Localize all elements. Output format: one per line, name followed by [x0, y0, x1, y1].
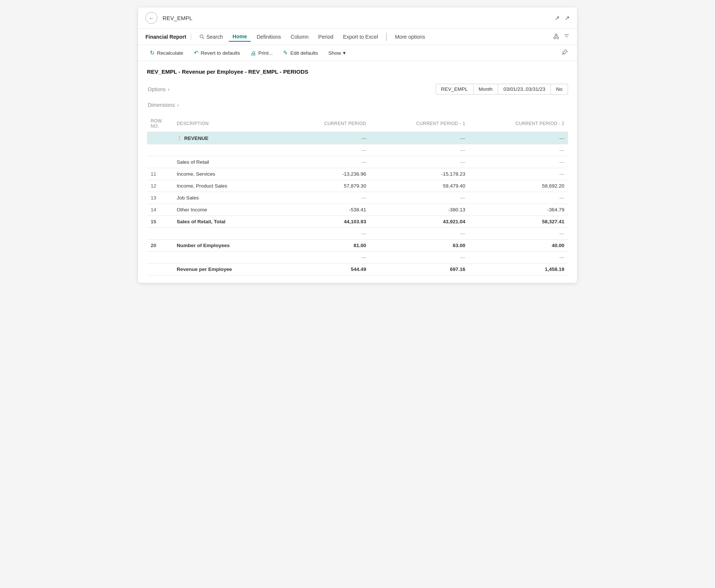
edit-defaults-button[interactable]: ✎ Edit defaults: [279, 47, 322, 58]
cell-cp2: —: [469, 156, 568, 168]
search-label: Search: [206, 34, 223, 40]
cell-cp1: —: [370, 192, 469, 204]
menu-search[interactable]: Search: [196, 32, 227, 41]
cell-cp2: —: [469, 168, 568, 180]
cell-cp1: —: [370, 144, 469, 156]
table-row: ⋮REVENUE———: [147, 132, 568, 144]
table-row: 11Income, Services-13,236.96-15,178.23—: [147, 168, 568, 180]
cell-cp: —: [283, 144, 370, 156]
table-row: 20Number of Employees81.0063.0040.00: [147, 240, 568, 252]
cell-description: Sales of Retail: [173, 156, 283, 168]
cell-cp1: 697.16: [370, 263, 469, 275]
table-row: ———: [147, 144, 568, 156]
menu-period[interactable]: Period: [315, 32, 337, 41]
recalculate-label: Recalculate: [157, 50, 183, 56]
table-row: 15Sales of Retail, Total44,103.9343,921.…: [147, 216, 568, 228]
recalculate-icon: ↻: [150, 49, 155, 56]
cell-description: Job Sales: [173, 192, 283, 204]
col-current-period-2: CURRENT PERIOD - 2: [469, 115, 568, 132]
cell-cp1: 63.00: [370, 240, 469, 252]
edit-icon: ✎: [283, 49, 288, 56]
menu-bar: Financial Report Search Home Definitions…: [138, 29, 577, 45]
option-tag-3[interactable]: No: [551, 84, 568, 95]
menu-export[interactable]: Export to Excel: [339, 32, 382, 41]
table-header-row: Row No. Description CURRENT PERIOD CURRE…: [147, 115, 568, 132]
print-label: Print...: [258, 50, 273, 56]
expand-icon[interactable]: ↗: [565, 15, 570, 22]
menu-action-icons: [553, 33, 570, 41]
cell-row-no: [147, 132, 173, 144]
cell-row-no: [147, 156, 173, 168]
options-tags: REV_EMPL Month 03/01/23..03/31/23 No: [436, 84, 568, 95]
drag-icon[interactable]: ⋮: [177, 135, 182, 141]
dimensions-label[interactable]: Dimensions ›: [147, 102, 179, 108]
menu-home[interactable]: Home: [229, 32, 251, 42]
dimensions-chevron: ›: [176, 102, 179, 108]
show-button[interactable]: Show ▾: [324, 48, 350, 58]
cell-cp1: —: [370, 252, 469, 263]
col-current-period-1: CURRENT PERIOD - 1: [370, 115, 469, 132]
cell-row-no: [147, 228, 173, 240]
report-table: Row No. Description CURRENT PERIOD CURRE…: [147, 115, 568, 275]
option-tag-1[interactable]: Month: [474, 84, 498, 95]
svg-point-0: [200, 35, 203, 38]
back-button[interactable]: ←: [145, 12, 157, 24]
cell-cp2: —: [469, 132, 568, 144]
cell-description: Number of Employees: [173, 240, 283, 252]
cell-row-no: [147, 144, 173, 156]
menu-more-options[interactable]: More options: [391, 32, 429, 41]
cell-cp1: -15,178.23: [370, 168, 469, 180]
cell-description: Other Income: [173, 204, 283, 216]
table-row: ———: [147, 228, 568, 240]
options-chevron: ›: [166, 86, 170, 92]
option-tag-2[interactable]: 03/01/23..03/31/23: [498, 84, 551, 95]
cell-cp2: 58,327.41: [469, 216, 568, 228]
cell-row-no: 12: [147, 180, 173, 192]
option-tag-0[interactable]: REV_EMPL: [436, 84, 474, 95]
col-description: Description: [173, 115, 283, 132]
show-chevron-icon: ▾: [343, 50, 346, 56]
menu-items: Search Home Definitions Column Period Ex…: [196, 32, 553, 42]
cell-cp: 81.00: [283, 240, 370, 252]
dimensions-row: Dimensions ›: [147, 102, 568, 108]
revert-label: Revert to defaults: [201, 50, 240, 56]
print-button[interactable]: 🖨 Print...: [246, 48, 277, 58]
cell-cp2: 1,458.19: [469, 263, 568, 275]
filter-icon[interactable]: [564, 33, 570, 41]
print-icon: 🖨: [250, 50, 256, 56]
table-body: ⋮REVENUE——————Sales of Retail———11Income…: [147, 132, 568, 275]
cell-cp2: -364.79: [469, 204, 568, 216]
table-row: ———: [147, 252, 568, 263]
cell-cp: -13,236.96: [283, 168, 370, 180]
cell-cp1: —: [370, 132, 469, 144]
cell-cp1: 43,921.04: [370, 216, 469, 228]
cell-cp: 544.49: [283, 263, 370, 275]
options-row: Options › REV_EMPL Month 03/01/23..03/31…: [147, 84, 568, 95]
toolbar: ↻ Recalculate ↶ Revert to defaults 🖨 Pri…: [138, 45, 577, 61]
cell-cp: —: [283, 132, 370, 144]
external-link-icon[interactable]: ↗: [555, 15, 560, 22]
share-icon[interactable]: [553, 33, 559, 41]
revert-icon: ↶: [194, 49, 199, 56]
menu-definitions[interactable]: Definitions: [253, 32, 285, 41]
cell-cp1: 59,479.40: [370, 180, 469, 192]
cell-cp: —: [283, 192, 370, 204]
recalculate-button[interactable]: ↻ Recalculate: [145, 47, 188, 58]
revert-button[interactable]: ↶ Revert to defaults: [189, 47, 245, 58]
cell-row-no: 14: [147, 204, 173, 216]
cell-cp1: —: [370, 228, 469, 240]
pin-button[interactable]: [561, 48, 570, 58]
options-label[interactable]: Options ›: [147, 86, 170, 92]
cell-cp2: —: [469, 144, 568, 156]
cell-description: [173, 252, 283, 263]
menu-section-title: Financial Report: [145, 34, 191, 40]
menu-column[interactable]: Column: [287, 32, 312, 41]
cell-description: [173, 144, 283, 156]
cell-cp2: —: [469, 228, 568, 240]
cell-cp: -538.41: [283, 204, 370, 216]
svg-line-1: [203, 38, 204, 39]
cell-row-no: 11: [147, 168, 173, 180]
cell-cp2: 58,692.20: [469, 180, 568, 192]
table-header: Row No. Description CURRENT PERIOD CURRE…: [147, 115, 568, 132]
cell-cp: —: [283, 252, 370, 263]
